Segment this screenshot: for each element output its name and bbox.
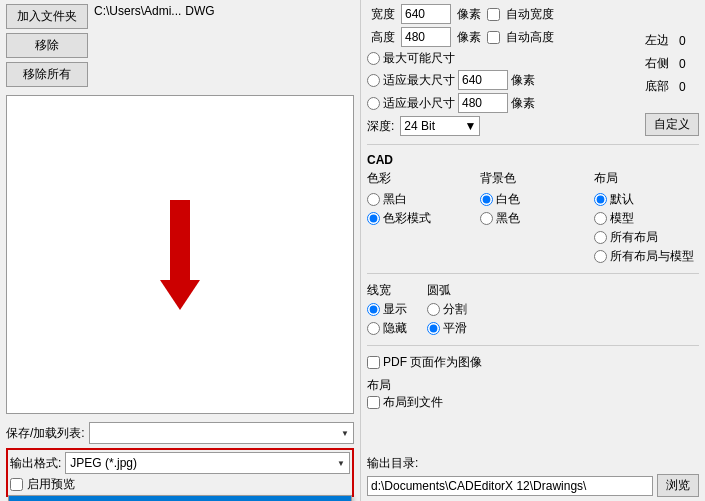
output-dir-input[interactable]: [367, 476, 653, 496]
layout-all-model-row: 所有布局与模型: [594, 248, 699, 265]
right-panel: 宽度 像素 自动宽度 高度 像素 自动高度 最大可能尺寸: [360, 0, 705, 501]
fit-min-radio[interactable]: [367, 97, 380, 110]
margin-left-row: 左边 0: [645, 32, 686, 49]
depth-row: 深度: 24 Bit ▼: [367, 116, 637, 136]
layout-model-label: 模型: [610, 210, 634, 227]
line-round-section: 线宽 显示 隐藏 圆弧 分割 平滑: [367, 282, 699, 337]
margins-section: 左边 0 右侧 0 底部 0 自定义: [645, 4, 699, 136]
height-label: 高度: [367, 29, 395, 46]
layout-to-file-checkbox[interactable]: [367, 396, 380, 409]
auto-width-checkbox[interactable]: [487, 8, 500, 21]
round-smooth-row: 平滑: [427, 320, 467, 337]
depth-dropdown-arrow-icon: ▼: [464, 119, 476, 133]
depth-dropdown[interactable]: 24 Bit ▼: [400, 116, 480, 136]
action-buttons: 加入文件夹 移除 移除所有: [6, 4, 88, 87]
pdf-row: PDF 页面作为图像: [367, 354, 699, 371]
margin-bottom-label: 底部: [645, 78, 669, 95]
browse-button[interactable]: 浏览: [657, 474, 699, 497]
margin-bottom-row: 底部 0: [645, 78, 686, 95]
color-bw-row: 黑白: [367, 191, 472, 208]
arrow-indicator: [160, 200, 200, 310]
custom-button[interactable]: 自定义: [645, 113, 699, 136]
line-show-radio[interactable]: [367, 303, 380, 316]
format-selected-value: JPEG (*.jpg): [70, 456, 137, 470]
output-format-row: 输出格式: JPEG (*.jpg) ▼: [10, 452, 350, 474]
layout-default-radio[interactable]: [594, 193, 607, 206]
auto-height-checkbox[interactable]: [487, 31, 500, 44]
height-input[interactable]: [401, 27, 451, 47]
line-show-label: 显示: [383, 301, 407, 318]
round-split-label: 分割: [443, 301, 467, 318]
round-smooth-radio[interactable]: [427, 322, 440, 335]
bg-col: 背景色 白色 黑色: [480, 170, 585, 265]
layout-all-radio[interactable]: [594, 231, 607, 244]
dimensions-section: 宽度 像素 自动宽度 高度 像素 自动高度 最大可能尺寸: [367, 4, 637, 136]
line-label: 线宽: [367, 282, 407, 299]
line-hide-label: 隐藏: [383, 320, 407, 337]
layout-default-label: 默认: [610, 191, 634, 208]
height-unit: 像素: [457, 29, 481, 46]
bg-col-title: 背景色: [480, 170, 585, 187]
output-dir-section: 输出目录: 浏览: [367, 455, 699, 497]
layout-model-radio[interactable]: [594, 212, 607, 225]
output-dir-row: 浏览: [367, 474, 699, 497]
max-size-label: 最大可能尺寸: [383, 50, 455, 67]
separator2: [367, 273, 699, 274]
fit-max-radio[interactable]: [367, 74, 380, 87]
file-path: C:\Users\Admi...: [94, 4, 181, 18]
left-panel: 加入文件夹 移除 移除所有 C:\Users\Admi... DWG 保存/加载…: [0, 0, 360, 501]
output-dir-label: 输出目录:: [367, 455, 699, 472]
width-input[interactable]: [401, 4, 451, 24]
layout-all-row: 所有布局: [594, 229, 699, 246]
remove-all-button[interactable]: 移除所有: [6, 62, 88, 87]
format-option-jpeg[interactable]: JPEG (*.jpg): [9, 496, 351, 501]
fit-min-unit: 像素: [511, 95, 535, 112]
cad-grid: 色彩 黑白 色彩模式 背景色 白色: [367, 170, 699, 265]
layout-model-row: 模型: [594, 210, 699, 227]
width-label: 宽度: [367, 6, 395, 23]
layout-all-model-label: 所有布局与模型: [610, 248, 694, 265]
bg-white-radio[interactable]: [480, 193, 493, 206]
bg-bw-row: 黑色: [480, 210, 585, 227]
layout-section: 布局 布局到文件: [367, 377, 699, 411]
color-bw-label: 黑白: [383, 191, 407, 208]
pdf-checkbox[interactable]: [367, 356, 380, 369]
arrow-head: [160, 280, 200, 310]
color-col-title: 色彩: [367, 170, 472, 187]
round-label: 圆弧: [427, 282, 467, 299]
color-bw-radio[interactable]: [367, 193, 380, 206]
dropdown-arrow-icon: ▼: [341, 429, 349, 438]
remove-button[interactable]: 移除: [6, 33, 88, 58]
margin-left-value: 0: [679, 34, 686, 48]
color-mode-radio[interactable]: [367, 212, 380, 225]
line-hide-radio[interactable]: [367, 322, 380, 335]
layout-col: 布局 默认 模型 所有布局 所有布局与模型: [594, 170, 699, 265]
bg-bw-radio[interactable]: [480, 212, 493, 225]
dimensions-margins: 宽度 像素 自动宽度 高度 像素 自动高度 最大可能尺寸: [367, 4, 699, 136]
max-size-radio[interactable]: [367, 52, 380, 65]
auto-height-label: 自动高度: [506, 29, 554, 46]
enable-preview-row: 启用预览: [10, 476, 350, 493]
auto-width-label: 自动宽度: [506, 6, 554, 23]
layout-default-row: 默认: [594, 191, 699, 208]
add-folder-button[interactable]: 加入文件夹: [6, 4, 88, 29]
margin-right-value: 0: [679, 57, 686, 71]
fit-min-row: 适应最小尺寸 像素: [367, 93, 637, 113]
fit-min-input[interactable]: [458, 93, 508, 113]
output-format-dropdown[interactable]: JPEG (*.jpg) ▼: [65, 452, 350, 474]
enable-preview-checkbox[interactable]: [10, 478, 23, 491]
top-buttons-area: 加入文件夹 移除 移除所有 C:\Users\Admi... DWG: [6, 4, 354, 87]
margin-left-label: 左边: [645, 32, 669, 49]
enable-preview-label: 启用预览: [27, 476, 75, 493]
save-load-dropdown[interactable]: ▼: [89, 422, 354, 444]
layout-all-label: 所有布局: [610, 229, 658, 246]
margin-right-label: 右侧: [645, 55, 669, 72]
fit-max-input[interactable]: [458, 70, 508, 90]
layout-all-model-radio[interactable]: [594, 250, 607, 263]
margin-right-row: 右侧 0: [645, 55, 686, 72]
depth-label: 深度:: [367, 118, 394, 135]
save-load-row: 保存/加载列表: ▼: [6, 422, 354, 444]
width-row: 宽度 像素 自动宽度: [367, 4, 637, 24]
margin-bottom-value: 0: [679, 80, 686, 94]
round-split-radio[interactable]: [427, 303, 440, 316]
